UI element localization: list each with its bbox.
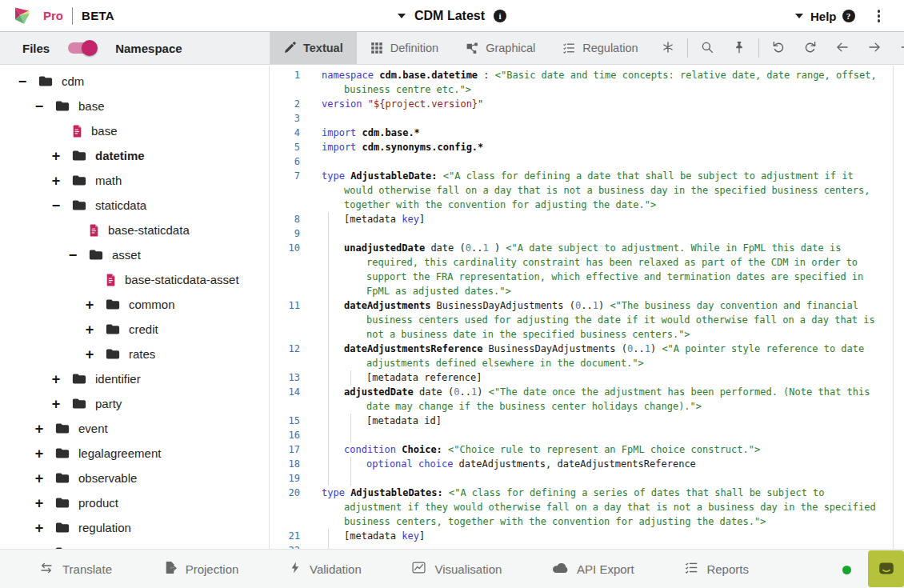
folder-icon (106, 323, 120, 335)
files-label: Files (22, 42, 50, 55)
code-text: type AdjustableDates: <"A class for defi… (322, 486, 904, 529)
expand-toggle-icon[interactable]: + (50, 174, 62, 188)
line-number: 6 (270, 154, 300, 169)
tree-item-rates[interactable]: +rates (0, 342, 269, 366)
code-token: ) (489, 242, 506, 254)
code-line: 1namespace cdm.base.datetime : <"Basic d… (270, 68, 904, 97)
chat-widget-button[interactable] (868, 550, 904, 587)
tree-item-label: event (78, 422, 108, 435)
tree-item-staticdata[interactable]: −staticdata (0, 193, 269, 218)
bottombar-projection-button[interactable]: Projection (162, 560, 239, 578)
tree-item-math[interactable]: +math (0, 168, 269, 193)
tree-item-event[interactable]: +event (0, 416, 269, 441)
tree-item-asset[interactable]: −asset (0, 242, 269, 267)
line-number: 9 (270, 226, 300, 241)
bottombar-translate-button[interactable]: Translate (38, 561, 112, 578)
tree-item-regulation[interactable]: +regulation (0, 515, 269, 540)
tree-item-datetime[interactable]: +datetime (0, 143, 269, 168)
undo-button[interactable] (766, 36, 790, 60)
expand-toggle-icon[interactable]: + (33, 471, 46, 486)
code-token: [metadata (344, 214, 402, 225)
expand-toggle-icon[interactable]: + (83, 322, 96, 337)
code-token: 0 (466, 242, 471, 254)
code-text (322, 428, 904, 442)
tree-item-product[interactable]: +product (0, 490, 269, 515)
tree-item-label: party (95, 397, 122, 410)
tree-item-legalagreement[interactable]: +legalagreement (0, 441, 269, 466)
info-icon[interactable]: i (494, 10, 506, 22)
collapse-toggle-icon[interactable]: − (33, 99, 46, 114)
code-token: ) (598, 300, 610, 311)
code-editor[interactable]: 1namespace cdm.base.datetime : <"Basic d… (270, 66, 904, 549)
tree-item-clipped[interactable]: + (0, 540, 269, 549)
tree-item-label: common (129, 298, 175, 311)
header-divider (72, 7, 73, 25)
folder-icon (55, 472, 70, 484)
line-number: 7 (270, 169, 300, 212)
arrow-left-button[interactable] (830, 36, 854, 60)
code-token: type (322, 170, 345, 182)
files-namespace-toggle[interactable] (68, 42, 95, 54)
tree-item-common[interactable]: +common (0, 292, 269, 317)
tree-item-identifier[interactable]: +identifier (0, 366, 269, 391)
collapse-toggle-icon[interactable]: − (50, 198, 62, 213)
tab-definition[interactable]: Definition (357, 32, 452, 64)
code-token: dateAdjustmentsReference (344, 343, 482, 354)
expand-toggle-icon[interactable]: + (83, 347, 96, 362)
tree-item-base[interactable]: −base (0, 94, 269, 118)
project-title: CDM Latest (414, 9, 485, 23)
project-selector[interactable]: CDM Latest i (398, 9, 506, 23)
bottombar-reports-button[interactable]: Reports (684, 561, 749, 577)
bottombar-label: Reports (706, 562, 749, 576)
bottombar-api-export-button[interactable]: API Export (552, 562, 634, 577)
tree-item-base-staticdata-asset[interactable]: base-staticdata-asset (0, 267, 269, 292)
tree-item-label: regulation (78, 521, 131, 534)
line-number: 19 (270, 471, 300, 486)
expand-toggle-icon[interactable]: + (33, 446, 46, 461)
asterisk-button[interactable] (656, 36, 680, 60)
pin-button[interactable] (727, 36, 751, 60)
help-menu[interactable]: Help (810, 10, 837, 23)
bottombar-label: Validation (310, 562, 362, 576)
folder-icon (72, 199, 86, 211)
search-button[interactable] (695, 36, 719, 60)
tab-label: Regulation (582, 42, 638, 54)
help-icon[interactable]: ? (842, 10, 855, 22)
collapse-toggle-icon[interactable]: − (66, 248, 79, 262)
code-token: import (322, 142, 356, 153)
expand-toggle-icon[interactable]: + (33, 521, 46, 535)
tree-item-observable[interactable]: +observable (0, 466, 269, 490)
tree-item-base[interactable]: base (0, 118, 269, 143)
folder-icon (106, 298, 120, 310)
code-token: import (322, 127, 356, 138)
arrow-right-button[interactable] (862, 36, 886, 60)
line-number: 12 (270, 342, 300, 370)
tree-item-party[interactable]: +party (0, 391, 269, 416)
line-number: 4 (270, 126, 300, 140)
beta-badge: BETA (82, 9, 114, 22)
bottombar-validation-button[interactable]: Validation (289, 560, 362, 578)
tab-graphical[interactable]: Graphical (452, 32, 549, 64)
plus-button[interactable] (894, 36, 904, 60)
collapse-toggle-icon[interactable]: − (16, 74, 29, 89)
expand-toggle-icon[interactable]: + (50, 372, 62, 386)
tree-item-credit[interactable]: +credit (0, 317, 269, 342)
tree-item-cdm[interactable]: −cdm (0, 69, 269, 94)
redo-button[interactable] (798, 36, 822, 60)
line-number: 15 (270, 414, 300, 428)
expand-toggle-icon[interactable]: + (50, 149, 62, 163)
kebab-menu-icon[interactable] (878, 10, 881, 22)
expand-toggle-icon[interactable]: + (50, 397, 62, 411)
expand-toggle-icon[interactable]: + (33, 496, 46, 510)
tab-regulation[interactable]: Regulation (549, 32, 651, 64)
tab-textual[interactable]: Textual (270, 32, 357, 64)
tree-item-base-staticdata[interactable]: base-staticdata (0, 218, 269, 242)
bottombar-visualisation-button[interactable]: Visualisation (411, 561, 502, 577)
code-area: 1namespace cdm.base.datetime : <"Basic d… (270, 68, 904, 549)
tree-item-label: cdm (62, 74, 84, 88)
toolbar-actions (652, 32, 904, 64)
view-mode-switcher: Files Namespace (0, 32, 270, 64)
expand-toggle-icon[interactable]: + (33, 422, 46, 436)
toggle-knob[interactable] (82, 40, 98, 56)
expand-toggle-icon[interactable]: + (83, 298, 96, 312)
